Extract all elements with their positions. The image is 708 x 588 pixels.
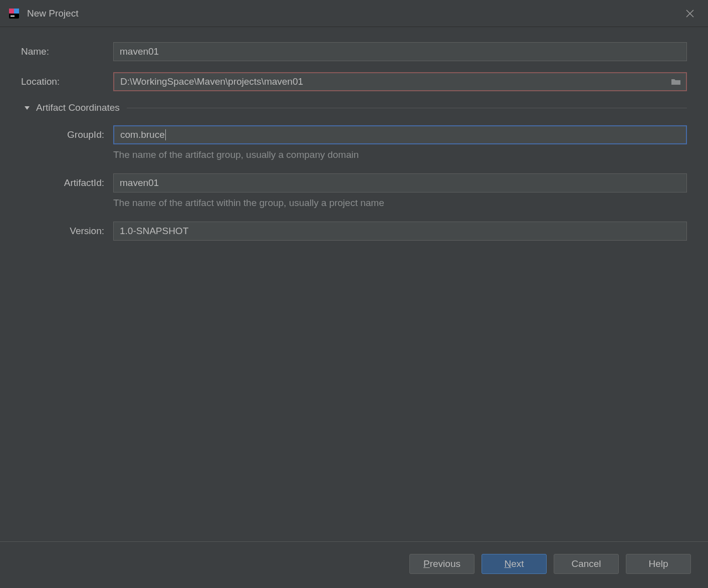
svg-rect-2 [14,9,19,14]
previous-mnemonic: P [423,558,430,569]
title-bar: New Project [0,0,708,27]
location-row: Location: [21,72,687,91]
location-label: Location: [21,76,113,87]
name-input-wrap [113,42,687,61]
groupid-input[interactable]: com.bruce [113,125,687,144]
groupid-label: GroupId: [21,129,113,140]
artifact-coordinates-title: Artifact Coordinates [36,102,120,113]
dialog-content: Name: Location: Artifact Coordinates Gro… [0,27,708,241]
artifact-coordinates-header[interactable]: Artifact Coordinates [21,102,687,113]
expander-toggle[interactable] [21,105,33,111]
next-rest: ext [511,558,524,569]
groupid-value: com.bruce [120,129,165,140]
title-bar-left: New Project [8,8,78,20]
cancel-button[interactable]: Cancel [554,554,619,574]
version-input[interactable] [113,222,687,241]
name-row: Name: [21,42,687,61]
close-button[interactable] [680,4,700,24]
version-input-wrap [113,222,687,241]
folder-icon [671,78,681,86]
close-icon [685,9,694,18]
groupid-hint: The name of the artifact group, usually … [113,149,687,160]
artifactid-input-wrap [113,173,687,192]
groupid-row: GroupId: com.bruce [21,125,687,144]
next-mnemonic: N [504,558,511,569]
name-input[interactable] [113,42,687,61]
artifactid-input[interactable] [113,173,687,192]
artifactid-hint: The name of the artifact within the grou… [113,198,687,209]
section-divider [127,108,687,108]
intellij-icon [8,8,20,20]
name-label: Name: [21,46,113,57]
dialog-footer: Previous Next Cancel Help [0,541,708,588]
groupid-input-wrap: com.bruce [113,125,687,144]
chevron-down-icon [24,105,30,111]
next-button[interactable]: Next [482,554,547,574]
svg-rect-1 [9,9,14,14]
version-row: Version: [21,222,687,241]
location-input[interactable] [113,72,687,91]
artifactid-label: ArtifactId: [21,177,113,188]
browse-button[interactable] [671,78,681,86]
version-label: Version: [21,226,113,237]
help-button[interactable]: Help [626,554,691,574]
previous-rest: revious [430,558,460,569]
dialog-title: New Project [27,8,78,19]
previous-button[interactable]: Previous [409,554,475,574]
text-cursor [165,129,166,140]
artifactid-row: ArtifactId: [21,173,687,192]
svg-rect-3 [11,16,15,17]
location-input-wrap [113,72,687,91]
